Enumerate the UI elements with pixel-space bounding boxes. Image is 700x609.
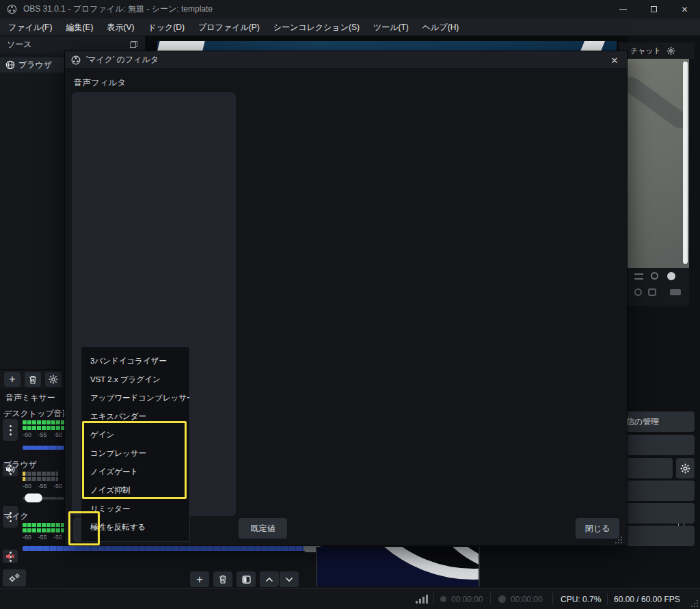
toolbar-add-button[interactable]: + bbox=[190, 571, 209, 587]
audio-mixer-title: 音声ミキサー bbox=[5, 392, 55, 404]
speaker-muted-icon bbox=[5, 552, 15, 560]
cpu-usage: CPU: 0.7% bbox=[561, 595, 601, 604]
menu-scene-collection[interactable]: シーンコレクション(S) bbox=[267, 18, 366, 36]
remove-source-button[interactable] bbox=[25, 372, 41, 387]
dialog-resize-grip[interactable] bbox=[615, 537, 622, 543]
trash-icon bbox=[29, 375, 37, 384]
chat-badge bbox=[670, 289, 681, 295]
filter-menu-item-invert-polarity[interactable]: 極性を反転する bbox=[81, 518, 189, 537]
record-status-icon bbox=[498, 595, 506, 603]
toolbar-properties-button[interactable] bbox=[237, 571, 256, 587]
maximize-button[interactable] bbox=[638, 0, 669, 18]
toolbar-move-down-button[interactable] bbox=[280, 571, 299, 587]
toolbar-remove-button[interactable] bbox=[213, 571, 232, 587]
chat-input-area bbox=[628, 268, 689, 306]
defaults-button-label: 既定値 bbox=[251, 523, 275, 534]
menu-profile[interactable]: プロファイル(P) bbox=[191, 18, 267, 36]
menu-help[interactable]: ヘルプ(H) bbox=[416, 18, 466, 36]
obs-logo-icon bbox=[71, 55, 81, 65]
scale-label: -55 bbox=[38, 483, 46, 489]
chevron-up-icon bbox=[265, 577, 273, 582]
mixer-channel-name-desktop: デスクトップ音声 bbox=[3, 408, 70, 420]
gear-icon[interactable] bbox=[667, 46, 675, 55]
menu-dock[interactable]: ドック(D) bbox=[141, 18, 191, 36]
mixer-mic-scale: -60 -55 -50 bbox=[23, 534, 62, 541]
minimize-icon bbox=[619, 9, 627, 10]
gear-icon bbox=[49, 375, 58, 384]
scale-label: -50 bbox=[53, 534, 62, 541]
scale-label: -50 bbox=[53, 431, 62, 438]
preview-overlay-shape bbox=[580, 41, 605, 51]
close-icon: ✕ bbox=[681, 5, 688, 14]
chat-panel-body bbox=[628, 59, 689, 268]
window-title: OBS 31.0.1 - プロファイル: 無題 - シーン: template bbox=[23, 3, 213, 15]
chat-dock-title: チャット bbox=[630, 46, 661, 56]
filter-menu-item-expander[interactable]: エキスパンダー bbox=[81, 407, 189, 426]
chat-image-shape bbox=[628, 74, 689, 131]
popout-icon[interactable] bbox=[130, 41, 137, 48]
source-row-browser[interactable]: ブラウザ bbox=[0, 57, 65, 72]
chat-settings-icon[interactable] bbox=[648, 288, 656, 296]
mixer-browser-volume-knob[interactable] bbox=[25, 493, 42, 502]
mixer-mic-volume-slider[interactable] bbox=[23, 546, 321, 551]
minimize-button[interactable] bbox=[608, 0, 638, 18]
defaults-button[interactable]: 既定値 bbox=[239, 518, 287, 539]
filter-menu-item-eq[interactable]: 3バンドイコライザー bbox=[81, 352, 189, 370]
signal-bars-icon bbox=[416, 595, 428, 604]
filter-menu-item-limiter[interactable]: リミッター bbox=[81, 500, 189, 518]
dialog-close-button[interactable]: ✕ bbox=[608, 54, 621, 66]
stream-status-icon bbox=[440, 596, 446, 602]
mixer-channel-name-browser: ブラウザ bbox=[3, 459, 37, 471]
chevron-down-icon bbox=[285, 577, 293, 582]
plus-icon: + bbox=[196, 573, 203, 586]
menu-view[interactable]: 表示(V) bbox=[100, 18, 141, 36]
trash-icon bbox=[219, 575, 227, 584]
add-source-button[interactable]: + bbox=[4, 372, 21, 387]
chat-emoji-icon[interactable] bbox=[651, 272, 658, 280]
mixer-channel-name-mic: マイク bbox=[3, 511, 29, 522]
mixer-desktop-volume-slider[interactable] bbox=[23, 446, 65, 450]
filter-add-menu: 3バンドイコライザー VST 2.x プラグイン アップワードコンプレッサー エ… bbox=[81, 347, 190, 542]
toolbar-move-up-button[interactable] bbox=[260, 571, 279, 587]
filters-dialog-title: 'マイク' のフィルタ bbox=[86, 54, 159, 66]
source-properties-button[interactable] bbox=[45, 372, 62, 387]
double-gear-icon bbox=[8, 573, 21, 583]
close-button[interactable]: ✕ bbox=[669, 0, 700, 18]
window-resize-grip[interactable] bbox=[690, 600, 698, 607]
browser-globe-icon bbox=[5, 60, 15, 70]
close-button-label: 閉じる bbox=[585, 523, 610, 534]
chat-history-icon[interactable] bbox=[634, 288, 642, 296]
filter-menu-item-gain[interactable]: ゲイン bbox=[81, 426, 189, 444]
close-icon: ✕ bbox=[611, 55, 619, 66]
mixer-browser-scale: -60 -55 -50 bbox=[23, 483, 62, 489]
menu-file[interactable]: ファイル(F) bbox=[1, 18, 59, 36]
sources-list-panel: ブラウザ bbox=[0, 53, 65, 369]
filter-menu-item-upward-compressor[interactable]: アップワードコンプレッサー bbox=[81, 389, 189, 407]
menu-edit[interactable]: 編集(E) bbox=[59, 18, 100, 36]
sources-toolbar: + bbox=[0, 369, 65, 388]
sources-dock-title: ソース bbox=[7, 39, 32, 51]
preview-overlay-shape bbox=[157, 41, 205, 51]
filter-menu-item-noise-suppression[interactable]: ノイズ抑制 bbox=[81, 481, 189, 500]
obs-main-window: OBS 31.0.1 - プロファイル: 無題 - シーン: template … bbox=[0, 0, 700, 609]
mixer-desktop-scale: -60 -55 -50 bbox=[23, 431, 62, 438]
menu-tools[interactable]: ツール(T) bbox=[366, 18, 416, 36]
window-titlebar: OBS 31.0.1 - プロファイル: 無題 - シーン: template … bbox=[0, 0, 700, 18]
scale-label: -60 bbox=[23, 483, 31, 489]
filter-menu-item-vst[interactable]: VST 2.x プラグイン bbox=[81, 370, 189, 389]
mixer-desktop-meter bbox=[23, 420, 65, 430]
chat-scrollbar[interactable] bbox=[683, 62, 688, 264]
maximize-icon bbox=[651, 6, 657, 12]
mixer-desktop-menu-button[interactable] bbox=[3, 419, 18, 441]
source-browser-label: ブラウザ bbox=[18, 59, 52, 71]
settings-button[interactable] bbox=[676, 458, 695, 478]
scale-label: -60 bbox=[23, 534, 31, 541]
mixer-browser-meter bbox=[23, 472, 58, 481]
dialog-close-action-button[interactable]: 閉じる bbox=[576, 518, 619, 539]
filter-menu-item-compressor[interactable]: コンプレッサー bbox=[81, 444, 189, 463]
chat-list-icon[interactable] bbox=[634, 273, 643, 280]
advanced-audio-properties-button[interactable] bbox=[3, 569, 26, 586]
mixer-mic-meter bbox=[23, 523, 65, 532]
filter-menu-item-noise-gate[interactable]: ノイズゲート bbox=[81, 463, 189, 481]
mixer-browser-mute-button[interactable] bbox=[3, 550, 18, 563]
